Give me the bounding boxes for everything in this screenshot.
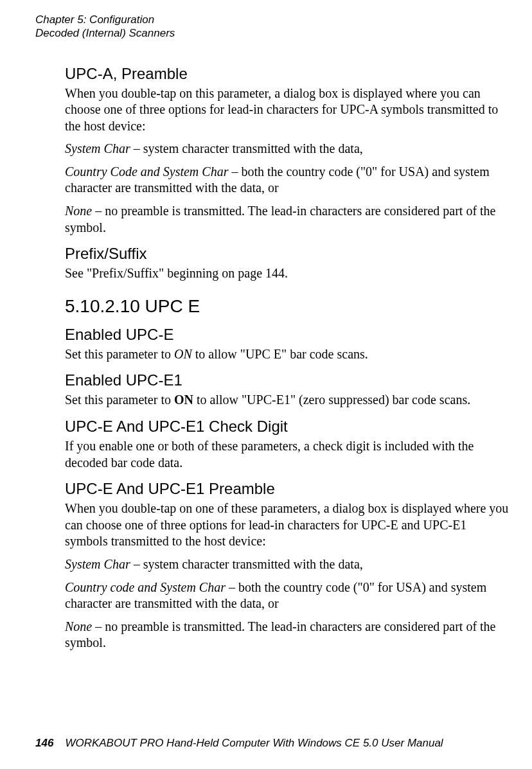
page-footer: 146WORKABOUT PRO Hand-Held Computer With… (35, 737, 443, 750)
running-header: Chapter 5: Configuration Decoded (Intern… (35, 13, 513, 40)
page-container: Chapter 5: Configuration Decoded (Intern… (0, 0, 532, 769)
term-none: None (65, 619, 92, 633)
paragraph: System Char – system character transmitt… (65, 556, 513, 573)
text: to allow "UPC-E1" (zero suppressed) bar … (193, 393, 470, 407)
text: – no preamble is transmitted. The lead-i… (65, 619, 495, 650)
term-system-char: System Char (65, 141, 130, 155)
text: – system character transmitted with the … (130, 557, 363, 571)
text: – system character transmitted with the … (130, 141, 363, 155)
paragraph: System Char – system character transmitt… (65, 141, 513, 157)
header-section: Decoded (Internal) Scanners (35, 26, 513, 40)
paragraph: When you double-tap on this parameter, a… (65, 85, 513, 135)
heading-upc-a-preamble: UPC-A, Preamble (65, 65, 513, 83)
paragraph: Set this parameter to ON to allow "UPC-E… (65, 392, 513, 409)
paragraph: Set this parameter to ON to allow "UPC E… (65, 346, 513, 363)
paragraph: None – no preamble is transmitted. The l… (65, 619, 513, 651)
heading-prefix-suffix: Prefix/Suffix (65, 245, 513, 263)
heading-upc-e-section: 5.10.2.10 UPC E (65, 296, 513, 317)
heading-upc-e-check-digit: UPC-E And UPC-E1 Check Digit (65, 418, 513, 436)
heading-enabled-upc-e: Enabled UPC-E (65, 326, 513, 344)
paragraph: If you enable one or both of these param… (65, 438, 513, 471)
paragraph: None – no preamble is transmitted. The l… (65, 203, 513, 236)
paragraph: Country Code and System Char – both the … (65, 164, 513, 197)
term-country-code: Country code and System Char (65, 580, 226, 594)
text: – no preamble is transmitted. The lead-i… (65, 204, 495, 234)
text: Set this parameter to (65, 393, 174, 407)
page-number: 146 (35, 737, 53, 749)
text: Set this parameter to (65, 347, 174, 361)
paragraph: When you double-tap on one of these para… (65, 500, 513, 550)
text: to allow "UPC E" bar code scans. (192, 347, 368, 361)
paragraph: See "Prefix/Suffix" beginning on page 14… (65, 265, 513, 282)
main-content: UPC-A, Preamble When you double-tap on t… (35, 65, 513, 651)
footer-text: WORKABOUT PRO Hand-Held Computer With Wi… (65, 737, 443, 749)
term-on: ON (174, 347, 192, 361)
paragraph: Country code and System Char – both the … (65, 579, 513, 612)
term-system-char: System Char (65, 557, 130, 571)
heading-enabled-upc-e1: Enabled UPC-E1 (65, 371, 513, 389)
term-none: None (65, 204, 92, 218)
header-chapter: Chapter 5: Configuration (35, 13, 513, 26)
heading-upc-e-preamble: UPC-E And UPC-E1 Preamble (65, 480, 513, 498)
term-on-bold: ON (174, 393, 193, 407)
term-country-code: Country Code and System Char (65, 164, 228, 179)
